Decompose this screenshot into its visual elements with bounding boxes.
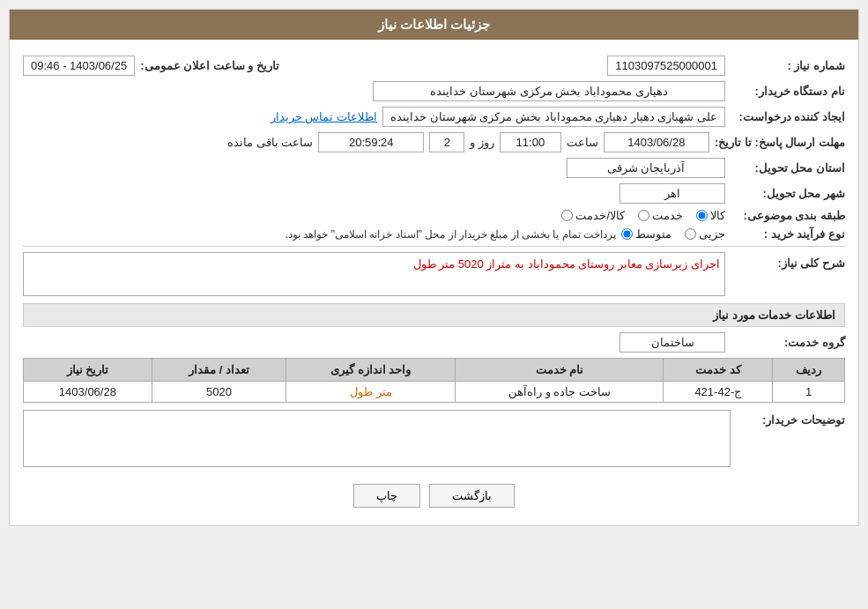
city-label: شهر محل تحویل: — [731, 187, 845, 200]
deadline-label: مهلت ارسال پاسخ: تا تاریخ: — [715, 136, 845, 149]
buyer-org-label: نام دستگاه خریدار: — [731, 85, 845, 98]
province-value: آذربایجان شرقی — [567, 158, 725, 178]
category-both-radio[interactable] — [561, 210, 573, 221]
purchase-partial-option[interactable]: جزیی — [685, 227, 725, 241]
deadline-date: 1403/06/28 — [604, 132, 709, 152]
purchase-medium-label: متوسط — [635, 227, 671, 241]
deadline-remaining: 20:59:24 — [318, 132, 424, 152]
deadline-days: 2 — [429, 132, 464, 152]
request-number-label: شماره نیاز : — [731, 59, 845, 72]
purchase-partial-radio[interactable] — [685, 228, 696, 240]
category-goods-radio[interactable] — [696, 210, 708, 221]
services-table: ردیف کد خدمت نام خدمت واحد اندازه گیری ت… — [23, 358, 845, 403]
buyer-notes-label: توضیحات خریدار: — [731, 410, 845, 427]
back-button[interactable]: بازگشت — [429, 484, 515, 508]
row-number: 1 — [773, 382, 845, 403]
purchase-partial-label: جزیی — [699, 227, 725, 241]
contact-link[interactable]: اطلاعات تماس خریدار — [271, 110, 377, 123]
category-option-service[interactable]: خدمت — [638, 209, 683, 222]
col-quantity: تعداد / مقدار — [152, 359, 286, 382]
category-goods-label: کالا — [710, 209, 725, 222]
row-name: ساخت جاده و راه‌آهن — [456, 382, 664, 403]
creator-value: علی شهبازی دهیار دهیاری محموداباد بخش مر… — [382, 107, 725, 127]
row-code: ج-42-421 — [664, 382, 773, 403]
deadline-time: 11:00 — [500, 132, 561, 152]
deadline-time-label: ساعت — [567, 136, 598, 149]
page-title: جزئیات اطلاعات نیاز — [10, 10, 858, 40]
province-label: استان محل تحویل: — [731, 161, 845, 175]
service-group-label: گروه خدمت: — [731, 336, 845, 349]
col-name: نام خدمت — [456, 359, 664, 382]
category-label: طبقه بندی موضوعی: — [731, 209, 845, 222]
creator-label: ایجاد کننده درخواست: — [731, 110, 845, 123]
buyer-notes-textarea[interactable] — [23, 410, 731, 467]
purchase-type-radio-group: جزیی متوسط — [621, 227, 725, 241]
col-row: ردیف — [773, 359, 845, 382]
row-quantity: 5020 — [152, 382, 286, 403]
category-option-both[interactable]: کالا/خدمت — [561, 209, 625, 222]
announcement-value: 1403/06/25 - 09:46 — [23, 56, 135, 76]
purchase-medium-radio[interactable] — [621, 228, 633, 240]
buyer-org-value: دهیاری محموداباد بخش مرکزی شهرستان خداین… — [373, 81, 725, 101]
category-service-radio[interactable] — [638, 210, 649, 221]
row-unit: متر طول — [286, 382, 456, 403]
row-date: 1403/06/28 — [24, 382, 152, 403]
col-date: تاریخ نیاز — [24, 359, 152, 382]
service-group-value: ساختمان — [619, 332, 725, 353]
table-row: 1 ج-42-421 ساخت جاده و راه‌آهن متر طول 5… — [24, 382, 845, 403]
col-code: کد خدمت — [664, 359, 773, 382]
services-section-header: اطلاعات خدمات مورد نیاز — [23, 303, 845, 327]
button-row: بازگشت چاپ — [23, 475, 845, 516]
print-button[interactable]: چاپ — [353, 484, 420, 508]
category-both-label: کالا/خدمت — [575, 209, 625, 222]
request-number-value: 1103097525000001 — [607, 56, 725, 76]
description-label: شرح کلی نیاز: — [731, 252, 845, 270]
announcement-label: تاریخ و ساعت اعلان عمومی: — [140, 59, 279, 72]
category-option-goods[interactable]: کالا — [696, 209, 725, 222]
purchase-note: پرداخت تمام یا بخشی از مبلغ خریدار از مح… — [286, 228, 616, 241]
category-service-label: خدمت — [652, 209, 683, 222]
deadline-day-label: روز و — [470, 136, 494, 149]
description-textarea[interactable]: اجرای زیرسازی معابر روستای محموداباد به … — [23, 252, 725, 296]
col-unit: واحد اندازه گیری — [286, 359, 456, 382]
purchase-type-label: نوع فرآیند خرید : — [731, 227, 845, 241]
purchase-medium-option[interactable]: متوسط — [621, 227, 671, 241]
category-radio-group: کالا خدمت کالا/خدمت — [561, 209, 725, 222]
deadline-remaining-label: ساعت باقی مانده — [227, 136, 313, 149]
city-value: اهر — [619, 183, 725, 204]
